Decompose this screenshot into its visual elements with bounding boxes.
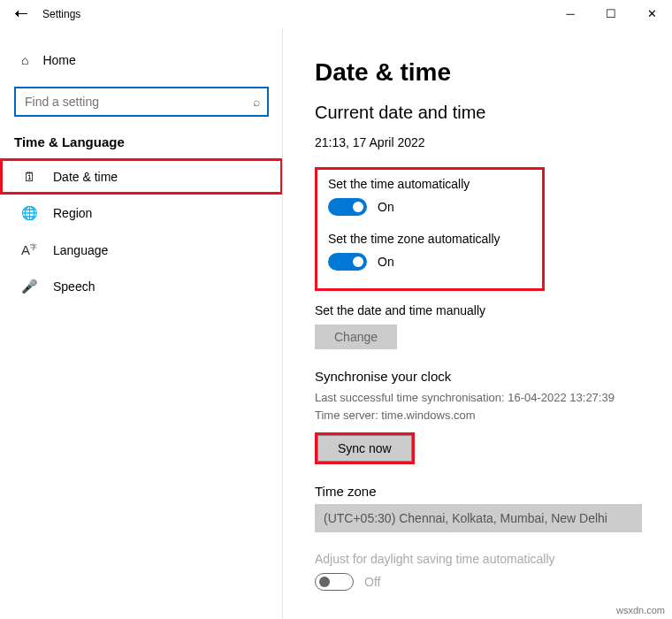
back-button[interactable]: 🠐: [0, 6, 42, 22]
sidebar-item-label: Region: [53, 206, 92, 220]
minimize-button[interactable]: ─: [550, 0, 591, 28]
manual-datetime-label: Set the date and time manually: [315, 303, 640, 317]
page-title: Date & time: [315, 58, 640, 87]
timezone-heading: Time zone: [315, 484, 640, 499]
category-heading: Time & Language: [0, 134, 283, 158]
sidebar: ⌂ Home ⌕ Time & Language 🗓 Date & time 🌐…: [0, 28, 283, 619]
microphone-icon: 🎤: [21, 279, 37, 294]
section-current-datetime: Current date and time: [315, 103, 640, 123]
dst-state: Off: [364, 575, 380, 589]
home-nav[interactable]: ⌂ Home: [0, 46, 283, 74]
dst-label: Adjust for daylight saving time automati…: [315, 552, 640, 566]
sidebar-item-date-time[interactable]: 🗓 Date & time: [0, 158, 283, 195]
window-title: Settings: [42, 8, 80, 20]
home-icon: ⌂: [21, 53, 28, 67]
auto-tz-toggle[interactable]: [328, 253, 367, 271]
content-pane: Date & time Current date and time 21:13,…: [283, 28, 672, 619]
sidebar-item-region[interactable]: 🌐 Region: [0, 195, 283, 232]
auto-tz-state: On: [378, 255, 394, 269]
search-icon: ⌕: [253, 95, 260, 109]
auto-time-label: Set the time automatically: [328, 177, 531, 191]
sidebar-item-label: Speech: [53, 279, 95, 294]
sidebar-item-label: Language: [53, 243, 108, 257]
language-icon: A字: [21, 242, 37, 257]
sync-heading: Synchronise your clock: [315, 369, 640, 384]
sync-last-value: Last successful time synchronisation: 16…: [315, 389, 640, 407]
sidebar-item-label: Date & time: [53, 170, 118, 184]
change-button: Change: [315, 325, 397, 349]
close-button[interactable]: ✕: [631, 0, 672, 28]
maximize-button[interactable]: ☐: [591, 0, 631, 28]
clock-icon: 🗓: [21, 169, 37, 184]
auto-time-state: On: [378, 200, 394, 214]
timezone-select: (UTC+05:30) Chennai, Kolkata, Mumbai, Ne…: [315, 504, 642, 532]
auto-tz-label: Set the time zone automatically: [328, 232, 531, 246]
search-input[interactable]: [14, 87, 269, 117]
watermark: wsxdn.com: [616, 605, 665, 615]
current-datetime-value: 21:13, 17 April 2022: [315, 135, 640, 149]
dst-toggle: [315, 573, 354, 591]
auto-settings-group: Set the time automatically On Set the ti…: [315, 167, 545, 291]
home-label: Home: [42, 53, 75, 67]
sync-now-button[interactable]: Sync now: [317, 435, 412, 462]
sidebar-item-language[interactable]: A字 Language: [0, 232, 283, 268]
sidebar-item-speech[interactable]: 🎤 Speech: [0, 268, 283, 305]
globe-icon: 🌐: [21, 205, 37, 221]
auto-time-toggle[interactable]: [328, 198, 367, 216]
titlebar: 🠐 Settings ─ ☐ ✕: [0, 0, 672, 28]
sync-server-value: Time server: time.windows.com: [315, 407, 640, 424]
